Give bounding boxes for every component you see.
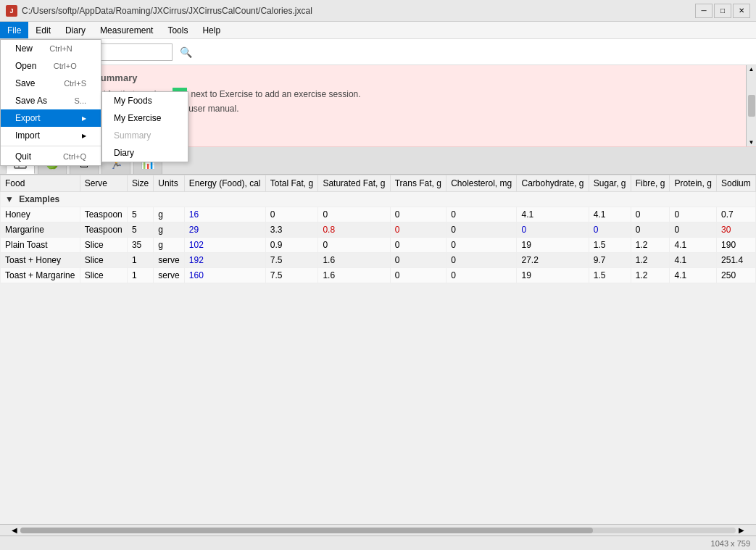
menu-diary[interactable]: Diary <box>58 22 93 38</box>
th-energy: Energy (Food), cal <box>184 175 265 192</box>
table-row[interactable]: Toast + HoneySlice1serve1927.51.60027.29… <box>1 253 756 268</box>
menu-tools[interactable]: Tools <box>160 22 195 38</box>
menu-help[interactable]: Help <box>195 22 228 38</box>
table-cell: 0 <box>318 238 390 253</box>
file-quit[interactable]: Quit Ctrl+Q <box>1 148 101 165</box>
scrollbar-thumb[interactable] <box>20 528 593 533</box>
th-fibre: Fibre, g <box>631 175 670 192</box>
file-save-shortcut: Ctrl+S <box>64 79 86 88</box>
table-cell: 0 <box>390 268 446 283</box>
table-cell: 35 <box>127 238 153 253</box>
menu-bar: File Edit Diary Measurement Tools Help N… <box>0 22 756 39</box>
table-cell: 1.6 <box>318 253 390 268</box>
maximize-button[interactable]: □ <box>714 4 731 18</box>
table-cell: 0 <box>446 253 517 268</box>
search-icon: 🔍 <box>180 46 192 58</box>
table-cell: Slice <box>80 253 127 268</box>
file-import[interactable]: Import <box>1 127 101 144</box>
menu-edit[interactable]: Edit <box>28 22 58 38</box>
table-cell: 1.5 <box>589 268 631 283</box>
file-new[interactable]: New Ctrl+N <box>1 40 101 57</box>
th-sodium: Sodium <box>717 175 756 192</box>
th-satfat: Saturated Fat, g <box>318 175 390 192</box>
table-cell: Teaspoon <box>80 222 127 238</box>
table-cell: 3.3 <box>265 222 318 238</box>
scroll-down-arrow[interactable]: ▼ <box>749 139 755 146</box>
table-container[interactable]: Food Serve Size Units Energy (Food), cal… <box>0 175 756 524</box>
title-path: C:/Users/softp/AppData/Roaming/JXCirrus/… <box>22 6 312 16</box>
table-cell: 0 <box>446 268 517 283</box>
file-save-as-shortcut: S... <box>74 96 86 105</box>
scrollbar-track[interactable] <box>20 528 736 533</box>
table-cell: 192 <box>184 253 265 268</box>
table-cell: 0 <box>318 207 390 222</box>
status-info: 756 x 550 <box>711 539 750 548</box>
menu-file[interactable]: File <box>0 22 28 38</box>
export-summary: Summary <box>102 127 188 144</box>
table-cell: 4.1 <box>670 238 717 253</box>
th-carbs: Carbohydrate, g <box>517 175 589 192</box>
table-cell: Toast + Honey <box>1 253 80 268</box>
table-cell: 0 <box>631 222 670 238</box>
title-bar-buttons[interactable]: ─ □ ✕ <box>695 4 750 18</box>
file-save-as-label: Save As <box>15 96 47 106</box>
th-totalfat: Total Fat, g <box>265 175 318 192</box>
table-row[interactable]: Plain ToastSlice35g1020.9000191.51.24.11… <box>1 238 756 253</box>
th-protein: Protein, g <box>670 175 717 192</box>
table-cell: Margarine <box>1 222 80 238</box>
group-toggle[interactable]: ▼ <box>5 194 14 204</box>
scroll-right-arrow[interactable]: ▶ <box>739 526 744 534</box>
export-submenu: My Foods My Exercise Summary Diary <box>101 91 188 162</box>
table-cell: 1 <box>127 268 153 283</box>
table-cell: g <box>154 222 184 238</box>
table-cell: 0 <box>390 253 446 268</box>
table-cell: 0 <box>390 238 446 253</box>
table-cell: Honey <box>1 207 80 222</box>
close-button[interactable]: ✕ <box>733 4 750 18</box>
scroll-up-arrow[interactable]: ▲ <box>749 66 755 72</box>
table-cell: 0.7 <box>717 207 756 222</box>
table-cell: 5 <box>127 207 153 222</box>
table-cell: Plain Toast <box>1 238 80 253</box>
table-cell: 7.5 <box>265 253 318 268</box>
file-save[interactable]: Save Ctrl+S <box>1 75 101 92</box>
table-cell: 4.1 <box>589 207 631 222</box>
table-cell: 4.1 <box>670 253 717 268</box>
title-bar-left: J C:/Users/softp/AppData/Roaming/JXCirru… <box>6 5 312 17</box>
table-cell: g <box>154 238 184 253</box>
table-row[interactable]: Toast + MargarineSlice1serve1607.51.6001… <box>1 268 756 283</box>
table-row[interactable]: HoneyTeaspoon5g1600004.14.1000.7 <box>1 207 756 222</box>
table-cell: 5 <box>127 222 153 238</box>
export-my-foods[interactable]: My Foods <box>102 92 188 109</box>
table-cell: 0 <box>390 207 446 222</box>
scroll-thumb[interactable] <box>748 95 755 117</box>
horizontal-scrollbar[interactable]: ◀ ▶ <box>0 524 756 536</box>
th-transfat: Trans Fat, g <box>390 175 446 192</box>
table-cell: 251.4 <box>717 253 756 268</box>
file-quit-label: Quit <box>15 151 31 162</box>
app-icon: J <box>6 5 17 17</box>
file-export[interactable]: Export <box>1 109 101 127</box>
th-food: Food <box>1 175 80 192</box>
status-bar: 756 x 550 <box>0 536 756 550</box>
export-diary[interactable]: Diary <box>102 144 188 162</box>
table-cell: 1 <box>127 253 153 268</box>
hamburger-menu[interactable] <box>744 45 750 59</box>
table-cell: 160 <box>184 268 265 283</box>
info-scrollbar[interactable]: ▲ ▼ <box>746 65 756 146</box>
table-cell: 9.7 <box>589 253 631 268</box>
table-row[interactable]: MargarineTeaspoon5g293.30.800000030 <box>1 222 756 238</box>
minimize-button[interactable]: ─ <box>695 4 713 18</box>
export-my-exercise[interactable]: My Exercise <box>102 109 188 127</box>
file-save-as[interactable]: Save As S... <box>1 92 101 109</box>
table-cell: 19 <box>517 268 589 283</box>
search-button[interactable]: 🔍 <box>175 43 196 62</box>
table-cell: 0.9 <box>265 238 318 253</box>
table-cell: 7.5 <box>265 268 318 283</box>
table-cell: Teaspoon <box>80 207 127 222</box>
th-units: Units <box>154 175 184 192</box>
table-cell: 0 <box>670 222 717 238</box>
scroll-left-arrow[interactable]: ◀ <box>12 526 17 534</box>
menu-measurement[interactable]: Measurement <box>93 22 160 38</box>
file-open[interactable]: Open Ctrl+O <box>1 57 101 75</box>
